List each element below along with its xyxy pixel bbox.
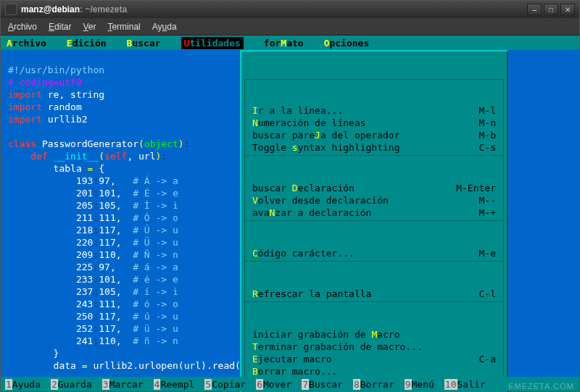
dd-item[interactable]: Borrar macro... <box>245 365 503 378</box>
fn-key-2[interactable]: 2Guarda <box>51 379 92 390</box>
terminal-body: Archivo Edición Buscar Utilidades forMat… <box>1 36 579 391</box>
fn-key-4[interactable]: 4Reempl <box>154 379 195 390</box>
ed-menu-utilidades[interactable]: Utilidades <box>181 37 244 49</box>
dd-item[interactable]: Terminar grabación de macro... <box>245 341 503 353</box>
fn-key-9[interactable]: 9Menú <box>405 379 434 390</box>
dd-item[interactable]: buscar pareJa del operadorM-b <box>245 129 503 141</box>
dd-item[interactable]: Numeración de líneasM-n <box>245 117 503 129</box>
dd-item[interactable]: Volver desde declaraciónM-- <box>245 194 503 207</box>
ed-menu-formato[interactable]: forMato <box>264 38 304 49</box>
window-title: manz@debian: ~/emezeta <box>21 4 527 14</box>
menu-editar[interactable]: Editar <box>49 22 71 32</box>
fn-key-5[interactable]: 5Copiar <box>204 379 246 390</box>
menu-ver[interactable]: Ver <box>83 22 96 32</box>
minimize-button[interactable]: ‒ <box>527 4 542 15</box>
dd-item[interactable]: Código carácter...M-e <box>245 247 503 259</box>
ed-menu-buscar[interactable]: Buscar <box>127 38 161 49</box>
window-buttons: ‒ □ ✕ <box>527 4 575 15</box>
menu-terminal[interactable]: Terminal <box>107 22 140 32</box>
dd-item[interactable]: Ir a la línea...M-l <box>245 104 503 117</box>
fn-key-7[interactable]: 7Buscar <box>302 379 343 390</box>
menu-ayuda[interactable]: Ayuda <box>152 22 177 32</box>
app-icon <box>5 4 17 15</box>
fn-key-3[interactable]: 3Marcar <box>102 379 144 390</box>
ed-menu-archivo[interactable]: Archivo <box>7 38 46 49</box>
maximize-button[interactable]: □ <box>544 4 558 15</box>
dd-item[interactable]: Ejecutar macroC-a <box>245 353 503 365</box>
titlebar: manz@debian: ~/emezeta ‒ □ ✕ <box>1 1 579 18</box>
terminal-window: manz@debian: ~/emezeta ‒ □ ✕ Archivo Edi… <box>0 0 580 392</box>
code-line: #!/usr/bin/python <box>8 64 104 75</box>
fn-key-6[interactable]: 6Mover <box>256 379 291 390</box>
code-line: # coding=utf8 <box>8 77 82 88</box>
dd-item[interactable]: avaNzar a declaraciónM-+ <box>245 207 503 219</box>
fn-key-1[interactable]: 1Ayuda <box>5 379 41 390</box>
dd-item[interactable]: buscar DeclaraciónM-Enter <box>245 182 503 194</box>
dd-item[interactable]: iniciar grabación de Macro <box>245 328 503 341</box>
fn-key-8[interactable]: 8Borrar <box>353 379 394 390</box>
function-key-bar: 1Ayuda2Guarda3Marcar4Reempl5Copiar6Mover… <box>1 377 579 391</box>
menu-archivo[interactable]: Archivo <box>8 22 37 32</box>
utilidades-dropdown: Ir a la línea...M-lNumeración de líneasM… <box>240 50 508 392</box>
ed-menu-opciones[interactable]: Opciones <box>324 38 370 49</box>
fn-key-10[interactable]: 10Salir <box>444 379 486 390</box>
gtk-menubar: Archivo Editar Ver Terminal Ayuda <box>1 18 579 36</box>
dd-item[interactable]: Toggle syntax highlightingC-s <box>245 141 503 154</box>
editor-menubar: Archivo Edición Buscar Utilidades forMat… <box>1 36 579 50</box>
watermark: EMEZETA.COM <box>508 382 574 391</box>
code-area[interactable]: #!/usr/bin/python # coding=utf8 import r… <box>1 50 579 377</box>
ed-menu-edicion[interactable]: Edición <box>67 38 107 49</box>
close-button[interactable]: ✕ <box>560 4 575 15</box>
dd-item[interactable]: Refrescar la pantallaC-l <box>245 288 503 300</box>
